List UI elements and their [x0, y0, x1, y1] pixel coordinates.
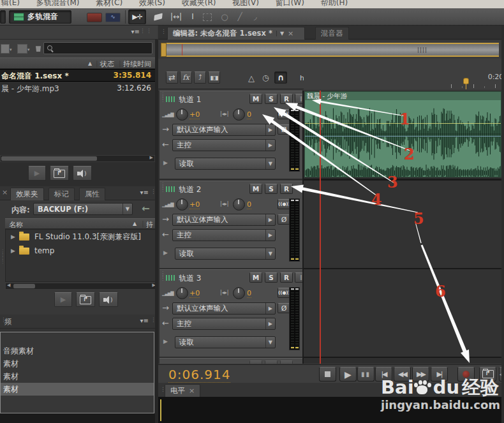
pan-knob[interactable] — [233, 287, 245, 299]
track-grip-icon[interactable]: ⋮⋮⋮ — [160, 184, 165, 191]
menu-multitrack[interactable]: 多轨混音(M) — [36, 0, 80, 8]
stereo-monitor-button[interactable]: ((●)) — [278, 199, 290, 209]
track-grip-icon[interactable]: ⋮⋮⋮ — [160, 272, 165, 280]
close-icon[interactable]: × — [189, 387, 195, 395]
pan-knob[interactable] — [233, 198, 245, 211]
record-button[interactable] — [457, 367, 475, 382]
browser-play-button[interactable]: ▶ — [54, 292, 72, 307]
menu-view[interactable]: 视图(V) — [232, 0, 259, 8]
tree-col-name[interactable]: 名称 — [9, 220, 23, 230]
lasso-tool[interactable]: ○ — [218, 11, 231, 23]
overview-grip-icon[interactable]: |||| — [417, 47, 427, 53]
record-arm-button[interactable]: R — [280, 272, 293, 283]
search-box[interactable] — [43, 42, 152, 54]
track-name[interactable]: 轨道 1 — [179, 94, 201, 105]
razor-tool[interactable] — [151, 11, 166, 23]
browser-loop-export-button[interactable] — [76, 292, 95, 307]
files-col-status[interactable]: 状态 — [100, 59, 114, 69]
mute-button[interactable]: M — [249, 184, 262, 194]
automation-dropdown[interactable]: 读取▼ — [175, 336, 276, 348]
mute-button[interactable]: M — [249, 272, 262, 283]
loop-playback-button[interactable] — [479, 367, 496, 382]
files-column-header[interactable]: ▲ | 状态 | 持续时间 — [0, 57, 155, 69]
output-dropdown[interactable]: 主控▶ — [172, 229, 276, 241]
play-button[interactable]: ▶ — [339, 367, 357, 382]
marquee-tool[interactable] — [203, 13, 212, 21]
stereo-monitor-button[interactable]: ((●)) — [278, 288, 290, 298]
tree-hscrollbar[interactable]: ◀ ▶ — [5, 283, 158, 290]
track-name[interactable]: 轨道 3 — [179, 273, 201, 284]
timeline-ruler[interactable]: 0:20 0:30 0:40 0:50 1:00 1:10 1:20 — [304, 66, 504, 89]
track-lane[interactable] — [304, 269, 501, 357]
menu-help[interactable]: 帮助(H) — [321, 0, 348, 8]
expand-caret-icon[interactable]: ▶ — [11, 248, 15, 254]
phase-button[interactable]: Ø — [278, 303, 290, 313]
new-file-caret[interactable]: ▾ — [10, 47, 12, 52]
spectral-view-icon[interactable]: ∿ — [105, 13, 121, 22]
volume-value[interactable]: +0 — [189, 200, 200, 209]
fx-toggle-button[interactable]: fx — [180, 71, 192, 84]
menu-window[interactable]: 窗口(W) — [276, 0, 304, 8]
stop-button[interactable] — [319, 367, 336, 382]
waveform-view-icon[interactable] — [87, 13, 102, 22]
panel-menu-icon[interactable]: ▾≡ — [140, 189, 149, 196]
input-dropdown[interactable]: 默认立体声输入▶ — [172, 302, 276, 315]
files-loop-export-button[interactable] — [50, 166, 69, 181]
panel-grip-icon[interactable]: ⋮⋮ — [140, 27, 152, 34]
output-dropdown[interactable]: 主控▶ — [172, 139, 276, 151]
sort-icon[interactable]: ▲ — [133, 221, 137, 226]
volume-knob[interactable] — [176, 108, 188, 121]
rewind-button[interactable]: ◀◀ — [394, 367, 411, 382]
mute-button[interactable]: M — [249, 94, 262, 104]
close-icon[interactable]: × — [288, 29, 293, 38]
list-item[interactable]: 素材 — [1, 357, 154, 370]
menu-edit[interactable]: 辑(E) — [1, 0, 20, 8]
volume-value[interactable]: +0 — [189, 110, 200, 119]
multitrack-view-button[interactable]: 多轨混音 — [9, 10, 71, 24]
metronome-icon[interactable]: △ — [248, 73, 255, 83]
partial-button[interactable] — [0, 10, 6, 24]
eq-toggle-button[interactable]: ▮▯▮ — [208, 71, 220, 84]
phase-button[interactable]: Ø — [278, 214, 290, 225]
scroll-thumb[interactable] — [13, 284, 35, 288]
menu-clip[interactable]: 素材(C) — [96, 0, 122, 8]
new-file-icon[interactable] — [1, 44, 10, 54]
automation-caret-icon[interactable]: ▶ — [163, 338, 168, 345]
tab-properties[interactable]: 属性 — [79, 188, 105, 200]
tree-col-duration[interactable]: 持 — [146, 220, 153, 230]
menu-favorites[interactable]: 收藏夹(R) — [182, 0, 216, 8]
chevron-down-icon[interactable]: ▼ — [276, 31, 284, 36]
time-display[interactable]: 0:06.914 — [168, 367, 230, 383]
tree-column-header[interactable]: 名称 ▲ | 持 — [5, 218, 158, 229]
automation-caret-icon[interactable]: ▶ — [163, 249, 168, 256]
track-name[interactable]: 轨道 2 — [179, 184, 201, 195]
input-dropdown[interactable]: 默认立体声输入▶ — [172, 214, 276, 226]
tab-effects-rack[interactable]: 效果夹 — [10, 188, 44, 200]
close-icon[interactable]: × — [2, 188, 8, 197]
record-arm-button[interactable]: R — [280, 94, 293, 104]
automation-dropdown[interactable]: 读取▼ — [175, 158, 276, 170]
record-arm-button[interactable]: R — [280, 184, 293, 194]
panel-menu-icon[interactable]: ▾≡ — [131, 28, 140, 35]
back-arrow-icon[interactable]: ← — [142, 203, 150, 214]
file-row[interactable]: 命名混音 1.sesx * 3:35.814 — [0, 69, 155, 82]
pan-value[interactable]: 0 — [247, 200, 251, 209]
move-tool[interactable]: ▶✛ — [128, 10, 146, 24]
pan-value[interactable]: 0 — [247, 289, 251, 298]
import-file-icon[interactable] — [17, 44, 27, 54]
solo-button[interactable]: S — [265, 272, 278, 283]
files-autoplay-button[interactable]: ) — [73, 166, 92, 181]
automation-dropdown[interactable]: 读取▼ — [175, 248, 276, 260]
import-caret[interactable]: ▾ — [27, 47, 30, 52]
list-item-selected[interactable]: 素材 — [1, 383, 154, 396]
phase-button[interactable]: Ø — [278, 124, 290, 135]
track-lane[interactable] — [304, 181, 501, 268]
list-item[interactable]: 音频素材 — [1, 345, 154, 357]
input-output-toggle-button[interactable]: ⇄ — [166, 71, 178, 84]
panel-edge-grip[interactable]: ⋮⋮⋮⋮ — [0, 250, 5, 263]
tab-levels[interactable]: 电平 × — [165, 384, 200, 397]
scroll-right-arrow[interactable]: ▶ — [150, 155, 153, 160]
list-item[interactable] — [1, 332, 154, 345]
stereo-monitor-button[interactable]: ((●)) — [278, 109, 290, 119]
audio-clip[interactable]: 魏晨 - 少年游 — [304, 91, 501, 177]
